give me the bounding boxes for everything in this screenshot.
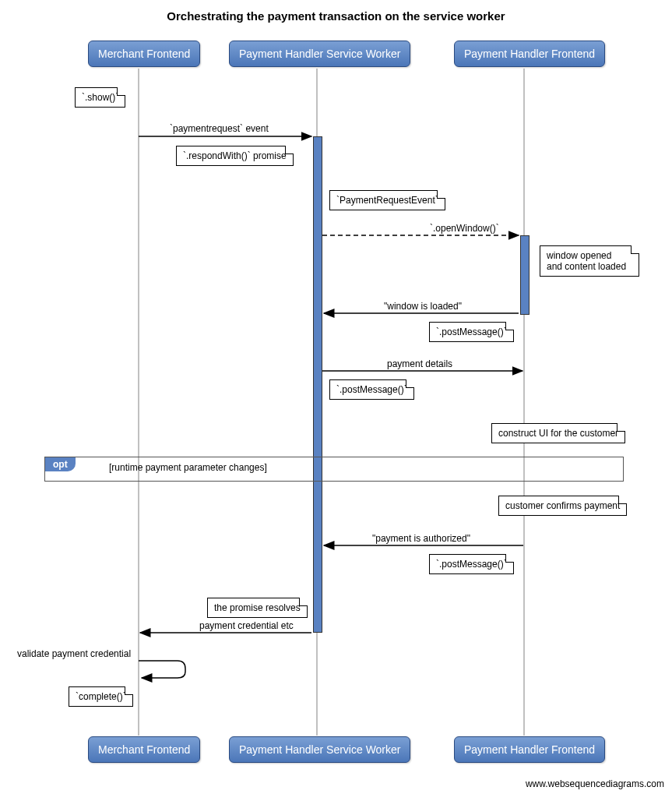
- actor-merchant-top: Merchant Frontend: [88, 41, 200, 67]
- msg-window-loaded: "window is loaded": [384, 301, 462, 312]
- actor-sw-bottom: Payment Handler Service Worker: [229, 736, 410, 763]
- note-show-text: `.show()`: [82, 92, 118, 103]
- msg-validate: validate payment credential: [17, 648, 131, 659]
- note-respondwith: `.respondWith()` promise: [176, 146, 294, 166]
- opt-label: opt: [45, 457, 76, 471]
- actor-merchant-bottom: Merchant Frontend: [88, 736, 200, 763]
- note-pre-text: `PaymentRequestEvent`: [336, 195, 438, 206]
- msg-payment-details: payment details: [387, 358, 452, 369]
- note-postmsg2-text: `.postMessage()`: [336, 384, 407, 395]
- actor-sw-top: Payment Handler Service Worker: [229, 41, 410, 67]
- note-postmsg3: `.postMessage()`: [429, 554, 514, 574]
- note-window-opened: window opened and content loaded: [540, 245, 639, 277]
- msg-payment-authorized: "payment is authorized": [372, 533, 470, 544]
- note-postmsg1: `.postMessage()`: [429, 322, 514, 342]
- note-construct-ui-text: construct UI for the customer: [498, 428, 618, 439]
- note-complete: `complete()`: [69, 686, 133, 707]
- note-construct-ui: construct UI for the customer: [491, 423, 625, 443]
- note-postmsg2: `.postMessage()`: [329, 379, 414, 400]
- note-promise-resolves: the promise resolves: [207, 598, 308, 618]
- note-window-opened-text: window opened and content loaded: [547, 250, 626, 272]
- note-postmsg1-text: `.postMessage()`: [436, 326, 507, 337]
- actor-frontend-top: Payment Handler Frontend: [454, 41, 605, 67]
- note-customer-confirms: customer confirms payment: [498, 496, 627, 516]
- msg-payment-credential: payment credential etc: [199, 620, 294, 631]
- note-customer-confirms-text: customer confirms payment: [505, 500, 620, 511]
- note-pre: `PaymentRequestEvent`: [329, 190, 445, 210]
- msg-openwindow: `.openWindow()`: [430, 223, 499, 234]
- note-promise-resolves-text: the promise resolves: [214, 602, 301, 613]
- actor-frontend-bottom: Payment Handler Frontend: [454, 736, 605, 763]
- msg-paymentrequest: `paymentrequest` event: [170, 123, 269, 134]
- note-show: `.show()`: [75, 87, 125, 108]
- opt-guard: [runtime payment parameter changes]: [109, 462, 267, 473]
- note-respondwith-text: `.respondWith()` promise: [183, 150, 287, 161]
- note-complete-text: `complete()`: [76, 691, 126, 702]
- note-postmsg3-text: `.postMessage()`: [436, 559, 507, 570]
